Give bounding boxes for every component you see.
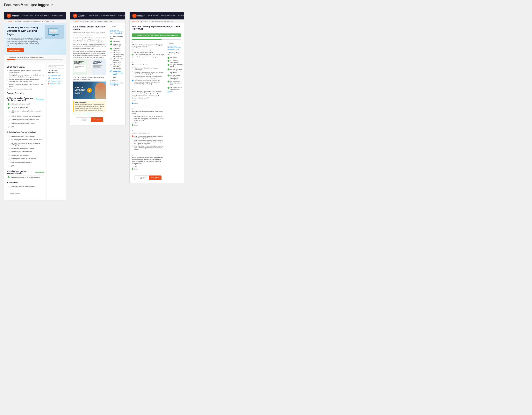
lesson-3-1[interactable]: 3.1 Keep improving by running an A/B tes…	[7, 176, 44, 179]
search-box-1[interactable]: 🔍 Search	[48, 65, 64, 68]
video-play-overlay[interactable]: ▶	[73, 82, 106, 99]
nav-workshops-2[interactable]: WORKSHOPS	[118, 15, 125, 17]
qln-quiz[interactable]: Quiz	[168, 91, 182, 93]
lesson-2-8[interactable]: 2.8 Is your page mobile ready?	[7, 160, 44, 164]
qln-intro[interactable]: Introduction	[168, 57, 182, 59]
lesson-1-6[interactable]: 1.6 Building strong message match	[7, 121, 44, 125]
q6-radio2[interactable]	[132, 168, 133, 170]
nav-documentation-1[interactable]: DOCUMENTATION	[35, 15, 50, 17]
q1-opt1[interactable]: A product page and a party page	[132, 49, 164, 51]
resource-link-2[interactable]: 🔗 Resource Link 2	[48, 80, 64, 82]
q2-opt1[interactable]: The number of visitors to your page vs c…	[132, 67, 164, 71]
lesson-1-3[interactable]: 1.3 How can I start using landing pages …	[7, 109, 44, 114]
q4-radio2[interactable]	[132, 118, 133, 120]
q4-opt2[interactable]: Feel-click landing page headline copy: "…	[132, 118, 164, 121]
ln-1-4[interactable]: 1.4 How is traffic directed to a landing…	[110, 58, 124, 63]
q3-radio1[interactable]	[132, 100, 133, 102]
sidebar-improving-link[interactable]: Improving Your Marketing Campaigns with …	[168, 45, 182, 50]
lesson-1-1[interactable]: 1.1 What is a landing page?	[7, 102, 44, 106]
lesson-2-5[interactable]: 2.5 Add in your persuasive text	[7, 150, 44, 153]
ln-intro[interactable]: Introduction	[110, 40, 124, 42]
ln-1-1[interactable]: 1.1 What is a landing page?	[110, 43, 124, 47]
q2-radio3[interactable]	[132, 75, 133, 77]
q1-opt3[interactable]: A lead generation page and a click-throu…	[132, 54, 164, 56]
play-button[interactable]: ▶	[87, 88, 92, 93]
q3-opt1[interactable]: True	[132, 100, 164, 102]
q5-radio3[interactable]	[132, 145, 133, 147]
qln-1-2[interactable]: 1.2 Types of landing pages	[168, 64, 182, 67]
lesson-1-5[interactable]: 1.5 Keeping the focus with attention rat…	[7, 118, 44, 121]
continue-course-button[interactable]: Continue course	[7, 48, 24, 52]
next-lesson-button-2[interactable]: Next lesson →	[91, 117, 103, 122]
qln-1-1[interactable]: 1.1 What is a landing page?	[168, 59, 182, 63]
nav-workshops-3[interactable]: WORKSHOPS	[178, 15, 184, 17]
qln-1-4[interactable]: 1.4 How is traffic directed to a landing…	[168, 74, 182, 80]
lesson-1-2[interactable]: 1.2 Types of landing pages	[7, 106, 44, 109]
q1-opt4[interactable]: A collection page and a vendor page	[132, 56, 164, 58]
q1-radio2[interactable]	[132, 52, 133, 53]
resource-video[interactable]: ▶ Resource Video	[48, 83, 64, 85]
ln-1-5[interactable]: 1.5 Keeping the focus with attention rat…	[110, 64, 124, 69]
q6-opt1[interactable]: True	[132, 166, 164, 168]
prev-lesson-button-3[interactable]: ← Previous lesson	[134, 176, 149, 180]
q3-opt2[interactable]: False	[132, 102, 164, 104]
prev-lesson-button-2[interactable]: ← Previous Lesson	[76, 117, 91, 122]
q4-radio4[interactable]	[132, 124, 133, 126]
nav-community-3[interactable]: COMMUNITY	[148, 15, 158, 17]
lesson-2-2[interactable]: 2.2 The page builder tour (don't skip th…	[7, 138, 44, 141]
qln-1-6[interactable]: 1.6 Building strong message match	[168, 86, 182, 90]
q2-opt3[interactable]: The percentage of attention visitors spe…	[132, 75, 164, 79]
lesson-2-3[interactable]: 2.3 The 5-part recipe for a high-convert…	[7, 141, 44, 147]
q5-opt3[interactable]: The message you intended your page to co…	[132, 145, 164, 151]
q1-radio4[interactable]	[132, 56, 133, 58]
q6-opt2[interactable]: False	[132, 168, 164, 170]
breadcrumb-home-1[interactable]: Ecourses	[7, 20, 13, 22]
qln-1-5[interactable]: 1.5 Keeping the focus with attention rat…	[168, 80, 182, 86]
q3-radio2[interactable]	[132, 103, 133, 104]
q5-opt2[interactable]: How well your landing page's headline ma…	[132, 139, 164, 145]
q4-opt1[interactable]: Ad headline says: "Get 50% off ski equip…	[132, 115, 164, 117]
nav-community-2[interactable]: COMMUNITY	[88, 15, 99, 17]
q5-opt1[interactable]: How well your landing page's headline ma…	[132, 135, 164, 139]
next-lesson-button-3[interactable]: Next Lesson →	[149, 176, 162, 180]
q6-radio1[interactable]	[132, 166, 133, 168]
q2-radio4[interactable]	[132, 80, 133, 81]
q1-radio1[interactable]	[132, 49, 133, 51]
q4-radio3[interactable]	[132, 122, 133, 123]
nav-workshops-1[interactable]: WORKSHOPS	[52, 15, 63, 17]
resource-link-1[interactable]: 🔗 Resource Link 1	[48, 77, 64, 79]
back-to-courses-button[interactable]: ← See all courses	[7, 192, 21, 195]
lesson-search-input[interactable]	[110, 25, 124, 28]
breadcrumb-home-3[interactable]: Ecourses	[132, 20, 139, 22]
lesson-2-4[interactable]: 2.4 Add strong contextual images	[7, 147, 44, 150]
ln-1-6[interactable]: 1.6 Building strong message match	[110, 70, 124, 75]
q5-radio2[interactable]	[132, 140, 133, 141]
q4-opt4[interactable]: False	[132, 124, 164, 126]
lesson-2-6[interactable]: 2.6 Add your call to action	[7, 153, 44, 157]
ln-1-3[interactable]: 1.3 How can I start using landing pages …	[110, 52, 124, 57]
video-thumbnail[interactable]: WHAT IS MESSAGE MATCH ▶	[73, 82, 106, 99]
quiz-search-input[interactable]	[168, 42, 182, 45]
lesson-2-quiz[interactable]: Quiz	[7, 164, 44, 168]
nav-documentation-2[interactable]: DOCUMENTATION	[101, 15, 116, 17]
breadcrumb-home-2[interactable]: Ecourses	[73, 20, 79, 22]
ln-1-2[interactable]: 1.2 Types of landing pages	[110, 47, 124, 51]
q2-radio2[interactable]	[132, 71, 133, 73]
q4-radio1[interactable]	[132, 116, 133, 117]
lesson-1-4[interactable]: 1.4 How is traffic directed to a landing…	[7, 114, 44, 118]
lesson-2-1[interactable]: 2.1 Log in and build your first page	[7, 134, 44, 138]
qln-1-3[interactable]: 1.3 How can I start using landing pages …	[168, 68, 182, 74]
lesson-1-quiz[interactable]: Quiz	[7, 125, 44, 128]
coming-up-link[interactable]: 2. Building Your First Landing Page	[110, 82, 124, 86]
q2-opt4[interactable]: The attention visitors pay to your hero …	[132, 79, 164, 85]
resource-pdf[interactable]: 📄 Resource PDF	[48, 75, 64, 76]
q5-radio1[interactable]	[132, 135, 133, 137]
q1-opt2[interactable]: An entry page and an exit page	[132, 51, 164, 53]
nav-ecourses-1[interactable]: ECOURSES	[66, 15, 66, 17]
lesson-4-1[interactable]: 4.1 Moving forward: Ideas for action	[7, 185, 44, 189]
q4-opt3[interactable]: True	[132, 122, 164, 123]
lesson-2-7[interactable]: 2.7 Brag a bit: A dash of social proof	[7, 157, 44, 160]
q2-radio1[interactable]	[132, 67, 133, 69]
sidebar-course-link[interactable]: Improving Your Marketing Campaigns with …	[110, 29, 124, 34]
nav-documentation-3[interactable]: DOCUMENTATION	[161, 15, 176, 17]
